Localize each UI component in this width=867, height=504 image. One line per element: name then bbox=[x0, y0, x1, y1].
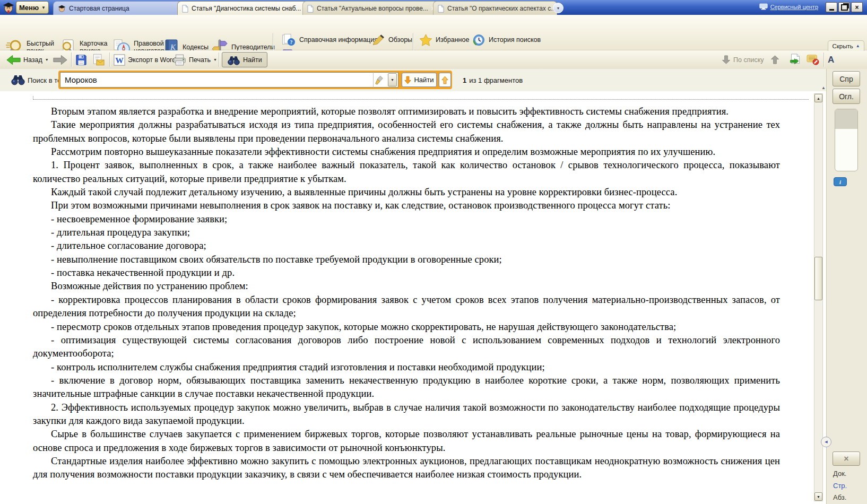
back-arrow-icon bbox=[6, 55, 21, 65]
close-panel-button[interactable]: × bbox=[833, 451, 860, 466]
page-boundary-rule bbox=[33, 99, 809, 100]
printer-icon bbox=[173, 54, 186, 66]
document-paragraph: 1. Процент заявок, выполненных в срок, а… bbox=[33, 159, 780, 186]
scroll-up-button[interactable]: ▲ bbox=[814, 94, 822, 102]
up-arrow-orange-icon bbox=[441, 76, 448, 84]
app-logo-icon bbox=[2, 1, 15, 14]
document-paragraph: - длительная процедура закупки; bbox=[33, 226, 780, 239]
hide-panel-button[interactable]: Скрыть ▲ bbox=[828, 40, 864, 51]
chevron-up-icon: ▲ bbox=[856, 44, 860, 48]
tab-label: Стартовая страница bbox=[69, 5, 129, 12]
back-label: Назад bbox=[23, 56, 42, 64]
tab-list-dropdown-button[interactable]: ▼ bbox=[553, 3, 563, 13]
clear-search-combo[interactable]: ▼ bbox=[373, 72, 398, 88]
by-list-label: По списку bbox=[733, 56, 764, 64]
binoculars-icon bbox=[11, 73, 25, 85]
find-label: Найти bbox=[243, 56, 262, 64]
document-paragraph: Стандартные изделия наиболее эффективно … bbox=[33, 455, 780, 482]
service-center-icon bbox=[759, 3, 768, 10]
tab-article-diagnostics[interactable]: Статья "Диагностика системы снаб... × bbox=[177, 1, 307, 15]
window-controls: × bbox=[826, 2, 863, 12]
search-history-button[interactable]: История поисков bbox=[472, 32, 541, 47]
document-paragraph: Каждый такой случай подлежит детальному … bbox=[33, 186, 780, 199]
by-list-button[interactable]: По списку bbox=[722, 50, 764, 69]
reviews-button[interactable]: Обзоры bbox=[371, 32, 412, 47]
find-toolbar-button[interactable]: Найти bbox=[222, 52, 267, 67]
document-icon bbox=[307, 5, 314, 13]
hide-label: Скрыть bbox=[832, 43, 853, 49]
search-input[interactable] bbox=[60, 72, 374, 88]
document-text: Вторым этапом является разработка и внед… bbox=[33, 105, 780, 482]
minimize-icon bbox=[829, 9, 834, 11]
document-paragraph: Такие мероприятия должны разрабатываться… bbox=[33, 118, 780, 145]
tab-article-practical-aspects[interactable]: Статья "О практических аспектах с... × bbox=[433, 1, 557, 15]
close-window-button[interactable]: × bbox=[851, 2, 863, 12]
floppy-icon bbox=[75, 54, 87, 66]
print-label: Печать bbox=[189, 56, 211, 64]
minimize-button[interactable] bbox=[826, 2, 837, 12]
favorites-button[interactable]: Избранное bbox=[419, 32, 469, 47]
toolbar-label: Избранное bbox=[436, 36, 469, 44]
document-view: Вторым этапом является разработка и внед… bbox=[0, 91, 826, 504]
toolbar-label: Справочная информация bbox=[299, 36, 378, 44]
reference-info-button[interactable]: ? Справочная информация bbox=[281, 32, 378, 47]
document-paragraph: - оптимизация существующей системы согла… bbox=[33, 334, 780, 361]
mail-document-icon bbox=[91, 54, 105, 66]
up-arrow-gray-icon bbox=[770, 55, 779, 65]
info-button[interactable]: i bbox=[834, 177, 847, 186]
forward-button[interactable] bbox=[53, 50, 67, 69]
find-previous-button[interactable] bbox=[439, 73, 451, 87]
service-center-label: Сервисный центр bbox=[770, 4, 818, 10]
page-counter-label[interactable]: Стр. bbox=[833, 482, 847, 490]
toolbar-separator bbox=[219, 53, 219, 67]
scroll-down-button[interactable]: ▼ bbox=[814, 492, 822, 501]
tab-start-page[interactable]: Стартовая страница bbox=[53, 1, 184, 15]
service-center-link[interactable]: Сервисный центр bbox=[759, 3, 818, 10]
document-map-indicator[interactable] bbox=[835, 109, 858, 171]
reference-panel-button[interactable]: Спр bbox=[833, 71, 860, 86]
consultant-window: Меню ▼ Стартовая страница Статья "Диагно… bbox=[0, 0, 867, 37]
paragraph-counter-label[interactable]: Абз. bbox=[833, 493, 846, 501]
result-rest: из 1 фрагментов bbox=[469, 76, 523, 84]
back-button[interactable]: Назад ▼ bbox=[6, 50, 49, 69]
font-letter: A bbox=[828, 55, 834, 65]
toolbar-label: Путеводители bbox=[231, 44, 275, 51]
previous-fragment-button[interactable] bbox=[770, 50, 779, 69]
broom-icon bbox=[375, 75, 384, 85]
titlebar: Меню ▼ Стартовая страница Статья "Диагно… bbox=[0, 0, 867, 15]
binoculars-icon bbox=[227, 55, 240, 65]
menu-button[interactable]: Меню ▼ bbox=[16, 1, 49, 14]
search-control-group: ▼ Найти bbox=[58, 71, 452, 89]
home-tab-icon bbox=[58, 4, 66, 13]
document-paragraph: - корректировка процессов планирования в… bbox=[33, 293, 780, 320]
chevron-down-icon: ▼ bbox=[557, 6, 560, 10]
main-toolbar: Быстрый поиск Карточка поиска Правовой н… bbox=[0, 15, 867, 50]
contents-panel-button[interactable]: Огл. bbox=[833, 89, 860, 104]
restore-button[interactable] bbox=[838, 2, 850, 12]
find-next-button[interactable]: Найти bbox=[402, 73, 437, 87]
collapse-sidebar-button[interactable]: ◀ bbox=[821, 437, 831, 447]
chevron-down-icon: ▼ bbox=[41, 5, 46, 10]
export-word-button[interactable]: W Экспорт в Word bbox=[114, 50, 176, 69]
document-icon bbox=[438, 5, 444, 13]
document-map-thumb[interactable] bbox=[835, 109, 857, 129]
chevron-down-icon[interactable]: ▼ bbox=[388, 73, 397, 86]
print-button[interactable]: Печать ▼ bbox=[173, 50, 217, 69]
doc-counter-label[interactable]: Док. bbox=[833, 470, 846, 477]
document-paragraph: При этом возможными причинами невыполнен… bbox=[33, 199, 780, 212]
toolbar-separator bbox=[109, 53, 110, 67]
chevron-down-icon: ▼ bbox=[45, 58, 49, 62]
menu-label: Меню bbox=[19, 4, 39, 12]
splitter-collapse-icon[interactable]: ▲ bbox=[821, 85, 826, 90]
down-arrow-orange-icon bbox=[404, 76, 411, 84]
disable-comments-button[interactable] bbox=[807, 50, 819, 69]
copy-to-document-button[interactable] bbox=[790, 50, 802, 69]
font-increase-button[interactable]: A + bbox=[828, 50, 867, 69]
save-button[interactable] bbox=[75, 50, 87, 69]
tab-label: Статья "Диагностика системы снаб... bbox=[192, 5, 301, 12]
tab-article-current-questions[interactable]: Статья "Актуальные вопросы прове... × bbox=[302, 1, 437, 15]
pen-icon bbox=[371, 34, 385, 46]
send-document-button[interactable] bbox=[91, 50, 105, 69]
star-icon bbox=[419, 34, 432, 46]
scrollbar-thumb[interactable] bbox=[814, 257, 822, 300]
